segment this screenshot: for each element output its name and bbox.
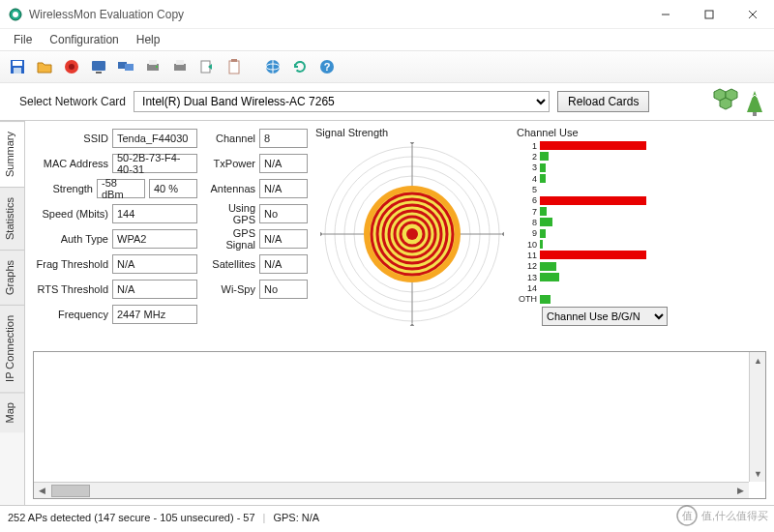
tab-statistics[interactable]: Statistics (0, 187, 24, 250)
sats-label: Satellites (205, 258, 255, 270)
channel-row: 2 (517, 152, 760, 162)
channel-row: 13 (517, 273, 760, 282)
titlebar: WirelessMon Evaluation Copy (0, 0, 774, 29)
mac-value: 50-2B-73-F4-40-31 (112, 154, 197, 173)
auth-value: WPA2 (112, 229, 197, 249)
toolbar: ? (0, 50, 774, 83)
minimize-button[interactable] (643, 0, 687, 29)
svg-text:?: ? (324, 61, 331, 73)
frag-value: N/A (112, 254, 197, 274)
maximize-button[interactable] (687, 0, 730, 29)
channel-use-select[interactable]: Channel Use B/G/N (542, 307, 668, 326)
svg-rect-12 (96, 72, 102, 74)
menu-help[interactable]: Help (129, 31, 168, 48)
printer2-icon[interactable] (168, 55, 192, 78)
close-button[interactable] (730, 0, 774, 29)
select-card-label: Select Network Card (19, 95, 126, 108)
tab-ip-connection[interactable]: IP Connection (0, 305, 24, 392)
statusbar: 252 APs detected (147 secure - 105 unsec… (0, 505, 774, 528)
network-card-select[interactable]: Intel(R) Dual Band Wireless-AC 7265 (134, 91, 550, 112)
antennas-label: Antennas (205, 183, 255, 194)
scroll-right-icon[interactable]: ▶ (732, 483, 749, 499)
svg-rect-14 (125, 64, 134, 71)
refresh-icon[interactable] (288, 55, 312, 78)
channel-use-title: Channel Use (517, 127, 766, 138)
txpower-value: N/A (259, 154, 308, 173)
channel-row: 6 (517, 195, 760, 205)
freq-label: Frequency (33, 309, 108, 320)
channel-row: 5 (517, 185, 760, 194)
scroll-thumb[interactable] (51, 485, 90, 497)
monitor-icon[interactable] (87, 55, 110, 78)
window-title: WirelessMon Evaluation Copy (29, 8, 643, 21)
tab-graphs[interactable]: Graphs (0, 250, 24, 305)
signal-strength-panel: Signal Strength (315, 127, 509, 345)
signal-strength-title: Signal Strength (315, 127, 509, 138)
ssid-label: SSID (33, 133, 108, 144)
svg-point-1 (13, 12, 18, 17)
app-icon (8, 7, 23, 22)
freq-value: 2447 MHz (112, 305, 197, 324)
network-card-row: Select Network Card Intel(R) Dual Band W… (0, 83, 774, 120)
product-logo (706, 85, 764, 118)
svg-rect-21 (229, 61, 239, 74)
menubar: File Configuration Help (0, 29, 774, 50)
connection-fields-right: Channel8 TxPowerN/A AntennasN/A Using GP… (205, 127, 308, 345)
menu-configuration[interactable]: Configuration (42, 31, 126, 48)
channel-row: 12 (517, 261, 760, 271)
channel-use-panel: Channel Use 1234567891011121314OTH Chann… (517, 127, 766, 345)
record-icon[interactable] (60, 55, 83, 78)
channel-row: 7 (517, 207, 760, 217)
clipboard-icon[interactable] (223, 55, 246, 78)
mac-label: MAC Address (33, 158, 108, 169)
printer1-icon[interactable] (141, 55, 164, 78)
txpower-label: TxPower (205, 158, 255, 169)
rts-value: N/A (112, 280, 197, 299)
frag-label: Frag Threshold (33, 258, 108, 270)
gps-value: No (259, 204, 308, 223)
strength-label: Strength (33, 183, 93, 194)
svg-rect-11 (92, 61, 105, 71)
globe-icon[interactable] (261, 55, 284, 78)
ap-list[interactable]: ▲ ▼ ◀ ▶ (33, 351, 766, 499)
export-icon[interactable] (195, 55, 219, 78)
strength-dbm: -58 dBm (97, 179, 145, 198)
menu-file[interactable]: File (6, 31, 40, 48)
channel-row: OTH (517, 294, 760, 304)
channel-row: 3 (517, 163, 760, 172)
scroll-left-icon[interactable]: ◀ (34, 483, 50, 499)
svg-point-47 (406, 228, 418, 240)
reload-cards-button[interactable]: Reload Cards (557, 91, 649, 112)
scroll-down-icon[interactable]: ▼ (750, 465, 766, 482)
gpssig-label: GPS Signal (205, 227, 255, 251)
speed-value: 144 (112, 204, 197, 223)
dual-monitor-icon[interactable] (114, 55, 137, 78)
channel-use-bars: 1234567891011121314OTH (517, 140, 766, 305)
wispy-value: No (259, 280, 308, 299)
horizontal-scrollbar[interactable]: ◀ ▶ (34, 482, 749, 498)
help-icon[interactable]: ? (315, 55, 339, 78)
svg-rect-7 (13, 61, 22, 66)
channel-value: 8 (259, 129, 308, 148)
open-icon[interactable] (33, 55, 56, 78)
svg-point-10 (69, 64, 74, 70)
auth-label: Auth Type (33, 233, 108, 245)
connection-fields-left: SSIDTenda_F44030 MAC Address50-2B-73-F4-… (33, 127, 197, 345)
vertical-scrollbar[interactable]: ▲ ▼ (749, 352, 765, 482)
channel-row: 8 (517, 218, 760, 227)
svg-rect-19 (176, 60, 184, 65)
save-icon[interactable] (6, 55, 29, 78)
channel-row: 4 (517, 174, 760, 184)
svg-rect-16 (149, 60, 157, 65)
svg-rect-3 (705, 11, 713, 18)
sats-value: N/A (259, 254, 308, 274)
svg-marker-30 (720, 98, 731, 109)
svg-rect-8 (14, 68, 21, 74)
tab-summary[interactable]: Summary (0, 121, 24, 187)
scroll-up-icon[interactable]: ▲ (750, 352, 766, 369)
antennas-value: N/A (259, 179, 308, 198)
svg-rect-22 (231, 59, 237, 62)
svg-rect-32 (753, 112, 757, 116)
speed-label: Speed (Mbits) (33, 208, 108, 220)
tab-map[interactable]: Map (0, 392, 24, 432)
